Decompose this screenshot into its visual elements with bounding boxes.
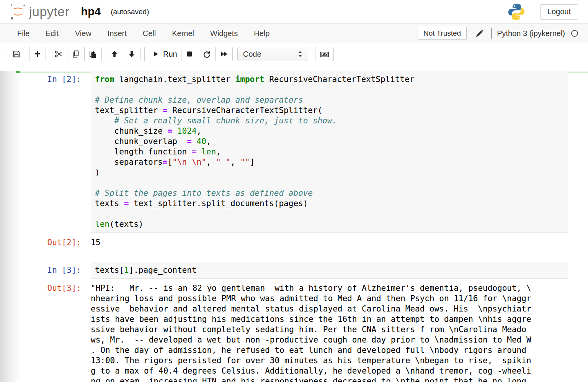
output-line: essive behavior and altered mental statu… bbox=[91, 304, 583, 314]
input-prompt: In [2]: bbox=[0, 71, 86, 85]
output-text: 15 bbox=[91, 238, 583, 248]
menu-widgets[interactable]: Widgets bbox=[202, 29, 246, 38]
output-line: ists have been adjusting his medications… bbox=[91, 314, 583, 325]
cell-list: In [2]:from langchain.text_splitter impo… bbox=[0, 71, 588, 382]
code-line: from langchain.text_splitter import Recu… bbox=[95, 74, 565, 85]
run-icon bbox=[152, 50, 160, 58]
output-text: "HPI: Mr. -- is an 82 yo gentleman with … bbox=[91, 283, 583, 382]
jupyter-logo[interactable]: jupyter bbox=[9, 3, 70, 21]
kernel-name[interactable]: Python 3 (ipykernel) bbox=[497, 29, 565, 38]
code-line: texts = text_splitter.split_documents(pa… bbox=[95, 198, 565, 209]
interrupt-kernel-button[interactable] bbox=[181, 47, 198, 61]
code-line: separators=["\n \n", " ", ""] bbox=[95, 157, 565, 167]
output-prompt: Out[3]: bbox=[0, 283, 86, 293]
menu-insert[interactable]: Insert bbox=[100, 29, 135, 38]
output-line: "HPI: Mr. -- is an 82 yo gentleman with … bbox=[91, 283, 583, 293]
autosave-status: (autosaved) bbox=[111, 8, 149, 16]
output-line: g to a max of 40.4 degrees Celsius. Addi… bbox=[91, 366, 583, 376]
code-line bbox=[95, 209, 565, 219]
notebook-area: In [2]:from langchain.text_splitter impo… bbox=[0, 71, 588, 382]
add-cell-icon: + bbox=[34, 50, 41, 58]
output-cell-3: Out[3]:"HPI: Mr. -- is an 82 yo gentlema… bbox=[0, 283, 588, 382]
add-cell-button[interactable]: + bbox=[29, 47, 46, 61]
stop-icon bbox=[185, 50, 194, 58]
chevron-up-down-icon bbox=[297, 50, 303, 58]
toolbar: + bbox=[0, 43, 588, 65]
cut-icon bbox=[54, 49, 63, 59]
edit-mode-pencil-icon bbox=[475, 29, 484, 38]
paste-icon bbox=[88, 49, 98, 59]
code-line: chunk_overlap = 40, bbox=[95, 136, 565, 147]
code-editor[interactable]: texts[1].page_content bbox=[91, 262, 568, 279]
code-line: length_function = len, bbox=[95, 147, 565, 157]
cell-type-dropdown[interactable]: Code bbox=[237, 47, 308, 61]
logout-button[interactable]: Logout bbox=[540, 4, 578, 20]
code-line: chunk_size = 1024, bbox=[95, 126, 565, 136]
code-line: # Define chunk size, overlap and separat… bbox=[95, 95, 565, 105]
code-line: texts[1].page_content bbox=[95, 265, 565, 275]
code-line: # Set a really small chunk size, just to… bbox=[95, 116, 565, 126]
output-line: 13:00. The rigors persisted for over 30 … bbox=[91, 356, 583, 366]
output-line: nhearing loss and possible PMR who was a… bbox=[91, 293, 583, 304]
notebook-title[interactable]: hp4 bbox=[81, 5, 101, 18]
move-cell-down-button[interactable] bbox=[123, 47, 140, 61]
restart-kernel-button[interactable] bbox=[198, 47, 215, 61]
run-button[interactable]: Run bbox=[144, 47, 181, 61]
code-line: ) bbox=[95, 167, 565, 178]
code-line bbox=[95, 85, 565, 95]
menubar: File Edit View Insert Cell Kernel Widget… bbox=[0, 24, 588, 43]
output-prompt: Out[2]: bbox=[0, 238, 86, 248]
code-cell-2: In [2]:from langchain.text_splitter impo… bbox=[0, 71, 588, 233]
copy-icon bbox=[71, 49, 80, 59]
menu-help[interactable]: Help bbox=[246, 29, 278, 38]
jupyter-logo-text: jupyter bbox=[29, 4, 70, 19]
keyboard-icon bbox=[319, 49, 330, 59]
not-trusted-button[interactable]: Not Trusted bbox=[418, 27, 467, 40]
output-line: . On the day of admission, he refused to… bbox=[91, 345, 583, 356]
code-line bbox=[95, 178, 565, 188]
code-line: len(texts) bbox=[95, 219, 565, 230]
jupyter-logo-icon bbox=[9, 3, 27, 21]
menu-file[interactable]: File bbox=[9, 29, 38, 38]
menu-kernel[interactable]: Kernel bbox=[164, 29, 202, 38]
header: jupyter hp4 (autosaved) Logout bbox=[0, 0, 588, 24]
paste-cell-button[interactable] bbox=[84, 47, 102, 61]
cut-cell-button[interactable] bbox=[50, 47, 67, 61]
restart-icon bbox=[202, 49, 211, 59]
move-cell-up-button[interactable] bbox=[106, 47, 123, 61]
move-up-icon bbox=[110, 49, 119, 59]
kernel-idle-circle-icon bbox=[571, 30, 578, 37]
divider bbox=[491, 28, 492, 39]
move-down-icon bbox=[127, 49, 136, 59]
run-label: Run bbox=[163, 50, 177, 59]
restart-run-all-button[interactable] bbox=[215, 47, 233, 61]
fast-forward-icon bbox=[219, 49, 229, 59]
output-line: ssive behavior without completely sedati… bbox=[91, 325, 583, 335]
menu-view[interactable]: View bbox=[67, 29, 100, 38]
command-palette-button[interactable] bbox=[315, 47, 334, 61]
cell-type-value: Code bbox=[243, 50, 297, 59]
code-line: text_splitter = RecursiveCharacterTextSp… bbox=[95, 105, 565, 116]
menu-edit[interactable]: Edit bbox=[38, 29, 67, 38]
save-icon bbox=[12, 49, 21, 59]
python-logo-icon bbox=[507, 3, 526, 21]
output-line: ng on exam, increasing HTN and his respo… bbox=[91, 376, 583, 382]
save-button[interactable] bbox=[8, 47, 25, 61]
output-line: ws, Mr. -- developed a wet but non -prod… bbox=[91, 335, 583, 345]
code-cell-3: In [3]:texts[1].page_content bbox=[0, 262, 588, 279]
input-prompt: In [3]: bbox=[0, 262, 86, 275]
code-editor[interactable]: from langchain.text_splitter import Recu… bbox=[91, 71, 568, 233]
menu-cell[interactable]: Cell bbox=[135, 29, 164, 38]
output-cell-2: Out[2]:15 bbox=[0, 238, 588, 248]
code-line: # Split the pages into texts as defined … bbox=[95, 188, 565, 198]
copy-cell-button[interactable] bbox=[67, 47, 84, 61]
output-line: 15 bbox=[91, 238, 583, 248]
